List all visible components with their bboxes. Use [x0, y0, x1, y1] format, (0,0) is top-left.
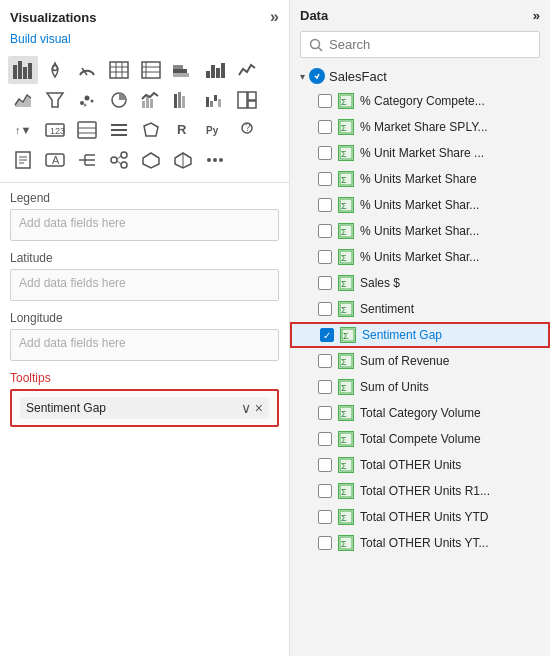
- field-type-icon: Σ: [338, 171, 354, 187]
- tree-item[interactable]: Σ% Units Market Shar...: [290, 192, 550, 218]
- field-checkbox[interactable]: [318, 458, 332, 472]
- visualizations-collapse-button[interactable]: »: [270, 8, 279, 26]
- viz-icon-line[interactable]: [232, 56, 262, 84]
- viz-icon-map[interactable]: [40, 56, 70, 84]
- tree-item[interactable]: ΣSales $: [290, 270, 550, 296]
- tree-item[interactable]: ΣSum of Revenue: [290, 348, 550, 374]
- field-checkbox[interactable]: [318, 510, 332, 524]
- svg-text:Σ: Σ: [341, 149, 347, 159]
- tree-item[interactable]: Σ% Market Share SPLY...: [290, 114, 550, 140]
- viz-icon-python[interactable]: Py: [200, 116, 230, 144]
- viz-icon-scatter[interactable]: [72, 86, 102, 114]
- chip-remove-button[interactable]: ×: [255, 400, 263, 416]
- search-box[interactable]: [300, 31, 540, 58]
- field-checkbox[interactable]: [318, 484, 332, 498]
- tree-item[interactable]: ΣTotal OTHER Units YT...: [290, 530, 550, 556]
- svg-marker-23: [47, 93, 63, 107]
- viz-icon-column[interactable]: [200, 56, 230, 84]
- tree-root-label: SalesFact: [329, 69, 387, 84]
- viz-icon-r-visual[interactable]: R: [168, 116, 198, 144]
- viz-icon-area[interactable]: [8, 86, 38, 114]
- field-checkbox[interactable]: [318, 536, 332, 550]
- viz-icon-custom1[interactable]: [136, 146, 166, 174]
- tree-item[interactable]: Σ% Units Market Shar...: [290, 244, 550, 270]
- chip-sort-button[interactable]: ∨: [241, 400, 251, 416]
- viz-icon-stacked-bar[interactable]: [168, 56, 198, 84]
- viz-icon-key-influencers[interactable]: [104, 146, 134, 174]
- svg-text:Σ: Σ: [341, 227, 347, 237]
- field-checkbox[interactable]: [318, 432, 332, 446]
- viz-icon-funnel[interactable]: [40, 86, 70, 114]
- svg-text:Σ: Σ: [341, 461, 347, 471]
- field-type-icon: Σ: [338, 249, 354, 265]
- tree-root-icon: [309, 68, 325, 84]
- field-label: % Units Market Share: [360, 172, 477, 186]
- tree-item[interactable]: ΣTotal OTHER Units: [290, 452, 550, 478]
- svg-rect-31: [150, 99, 153, 108]
- tree-root-salesfact[interactable]: ▾ SalesFact: [290, 64, 550, 88]
- viz-icon-smart-narrative[interactable]: A: [40, 146, 70, 174]
- field-checkbox[interactable]: [318, 276, 332, 290]
- viz-icon-slicer[interactable]: [104, 116, 134, 144]
- viz-icon-qna[interactable]: ?: [232, 116, 262, 144]
- tree-item[interactable]: Σ% Units Market Share: [290, 166, 550, 192]
- tree-item[interactable]: ΣSum of Units: [290, 374, 550, 400]
- field-checkbox[interactable]: [318, 406, 332, 420]
- tree-item[interactable]: Σ% Category Compete...: [290, 88, 550, 114]
- viz-icon-shape-map[interactable]: [136, 116, 166, 144]
- field-well-longitude-placeholder: Add data fields here: [19, 336, 126, 350]
- viz-icon-decomp-tree[interactable]: [72, 146, 102, 174]
- svg-point-67: [121, 152, 127, 158]
- field-checkbox[interactable]: [318, 120, 332, 134]
- tree-item[interactable]: Σ% Unit Market Share ...: [290, 140, 550, 166]
- svg-rect-6: [110, 62, 128, 78]
- tree-item[interactable]: ΣTotal Compete Volume: [290, 426, 550, 452]
- field-well-longitude-box[interactable]: Add data fields here: [10, 329, 279, 361]
- field-checkbox[interactable]: [318, 250, 332, 264]
- field-type-icon: Σ: [338, 275, 354, 291]
- svg-text:Σ: Σ: [341, 279, 347, 289]
- viz-icon-kpi[interactable]: ↑▼: [8, 116, 38, 144]
- tree-item[interactable]: ΣTotal Category Volume: [290, 400, 550, 426]
- field-well-tooltips-box[interactable]: Sentiment Gap ∨ ×: [10, 389, 279, 427]
- viz-icon-waterfall[interactable]: [200, 86, 230, 114]
- tree-item[interactable]: ΣSentiment: [290, 296, 550, 322]
- field-well-latitude-box[interactable]: Add data fields here: [10, 269, 279, 301]
- viz-icon-table[interactable]: [104, 56, 134, 84]
- viz-icon-treemap[interactable]: [232, 86, 262, 114]
- viz-icon-custom2[interactable]: [168, 146, 198, 174]
- field-checkbox[interactable]: [318, 354, 332, 368]
- field-checkbox[interactable]: [318, 224, 332, 238]
- tree-item[interactable]: ΣTotal OTHER Units R1...: [290, 478, 550, 504]
- tree-item[interactable]: ΣSentiment Gap: [290, 322, 550, 348]
- viz-icon-paginated[interactable]: [8, 146, 38, 174]
- viz-icon-matrix[interactable]: [136, 56, 166, 84]
- field-label: % Market Share SPLY...: [360, 120, 488, 134]
- svg-rect-41: [248, 101, 256, 108]
- viz-icon-more[interactable]: [200, 146, 230, 174]
- tree-item[interactable]: Σ% Units Market Shar...: [290, 218, 550, 244]
- viz-icon-card[interactable]: 123: [40, 116, 70, 144]
- field-checkbox[interactable]: [318, 146, 332, 160]
- data-panel-collapse-button[interactable]: »: [533, 8, 540, 23]
- tree-items-container: Σ% Category Compete...Σ% Market Share SP…: [290, 88, 550, 556]
- svg-text:123: 123: [50, 126, 65, 136]
- svg-text:Σ: Σ: [341, 97, 347, 107]
- field-checkbox[interactable]: [318, 172, 332, 186]
- viz-icon-ribbon[interactable]: [168, 86, 198, 114]
- field-checkbox[interactable]: [318, 198, 332, 212]
- viz-icon-gauge[interactable]: [72, 56, 102, 84]
- field-checkbox[interactable]: [318, 302, 332, 316]
- field-label: Sentiment Gap: [362, 328, 442, 342]
- field-checkbox[interactable]: [320, 328, 334, 342]
- field-checkbox[interactable]: [318, 380, 332, 394]
- viz-icon-combo[interactable]: [136, 86, 166, 114]
- viz-icon-bar-chart[interactable]: [8, 56, 38, 84]
- tree-item[interactable]: ΣTotal OTHER Units YTD: [290, 504, 550, 530]
- field-well-legend-box[interactable]: Add data fields here: [10, 209, 279, 241]
- viz-icon-multirow-card[interactable]: [72, 116, 102, 144]
- search-input[interactable]: [329, 37, 531, 52]
- field-wells-area: Legend Add data fields here Latitude Add…: [0, 183, 289, 656]
- field-checkbox[interactable]: [318, 94, 332, 108]
- viz-icon-pie[interactable]: [104, 86, 134, 114]
